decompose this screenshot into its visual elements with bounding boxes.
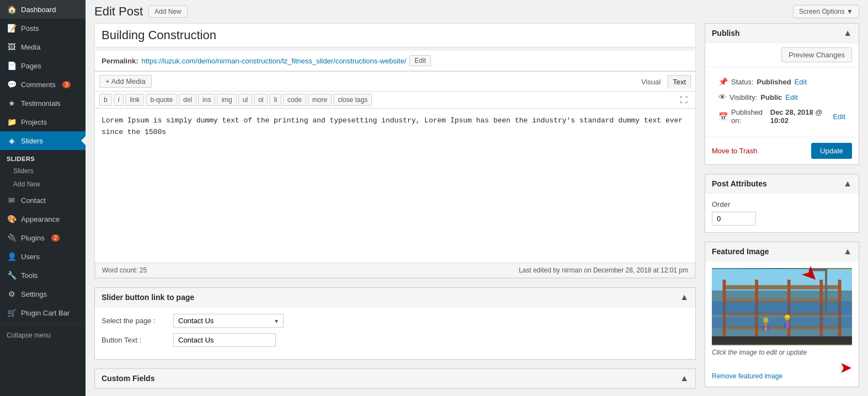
- add-media-button[interactable]: + Add Media: [99, 75, 152, 88]
- post-attributes-toggle[interactable]: ▲: [843, 179, 852, 189]
- word-count: Word count: 25: [102, 266, 147, 274]
- toolbar-code[interactable]: code: [283, 94, 306, 106]
- button-text-row: Button Text :: [102, 333, 689, 347]
- sidebar-sub-add-new[interactable]: Add New: [0, 178, 86, 191]
- custom-fields-meta-box-header[interactable]: Custom Fields ▲: [95, 369, 695, 388]
- sidebar-item-label: Posts: [21, 24, 39, 33]
- sidebar-item-sliders[interactable]: ◈ Sliders: [0, 131, 86, 150]
- users-icon: 👤: [7, 251, 17, 261]
- sidebar-item-dashboard[interactable]: 🏠 Dashboard: [0, 0, 86, 19]
- order-input[interactable]: [712, 212, 756, 226]
- slider-meta-box: Slider button link to page ▲ Select the …: [94, 287, 696, 360]
- sidebar-item-tools[interactable]: 🔧 Tools: [0, 266, 86, 285]
- post-attributes-title: Post Attributes: [712, 179, 767, 188]
- add-new-button[interactable]: Add New: [148, 6, 188, 18]
- select-page-dropdown[interactable]: Contact Us About Us Home Services: [173, 314, 284, 328]
- move-to-trash-link[interactable]: Move to Trash: [712, 147, 757, 155]
- sidebar-item-media[interactable]: 🖼 Media: [0, 38, 86, 56]
- sidebar-item-appearance[interactable]: 🎨 Appearance: [0, 210, 86, 228]
- sidebar-item-users[interactable]: 👤 Users: [0, 247, 86, 266]
- sliders-icon: ◈: [7, 136, 17, 146]
- slider-meta-box-header[interactable]: Slider button link to page ▲: [95, 288, 695, 307]
- featured-image-title: Featured Image: [712, 247, 769, 256]
- tab-text[interactable]: Text: [668, 75, 691, 88]
- svg-rect-21: [825, 269, 827, 312]
- toolbar-del[interactable]: del: [179, 94, 196, 106]
- custom-fields-title: Custom Fields: [102, 374, 155, 383]
- featured-image-container: ➤ Click the image to edit or update ➤ Re…: [712, 268, 852, 380]
- sidebar-item-label: Testimonials: [21, 99, 61, 108]
- screen-options-button[interactable]: Screen Options ▼: [793, 5, 859, 18]
- preview-changes-button[interactable]: Preview Changes: [781, 47, 852, 62]
- publish-actions-bottom: Move to Trash Update: [705, 137, 859, 164]
- toolbar-li[interactable]: li: [269, 94, 281, 106]
- status-edit-link[interactable]: Edit: [795, 78, 807, 86]
- featured-image-caption: Click the image to edit or update: [712, 345, 852, 358]
- sidebar-item-plugins[interactable]: 🔌 Plugins 2: [0, 228, 86, 247]
- toolbar-ul[interactable]: ul: [238, 94, 252, 106]
- editor-main: Permalink: https://luzuk.com/demo/nirman…: [94, 23, 696, 396]
- tools-icon: 🔧: [7, 270, 17, 280]
- published-on-row: 📅 Published on: Dec 28, 2018 @ 10:02 Edi…: [712, 105, 852, 128]
- sidebar: 🏠 Dashboard 📝 Posts 🖼 Media 📄 Pages 💬 Co…: [0, 0, 86, 396]
- page-title-row: Edit Post Add New: [94, 4, 188, 19]
- editor-content[interactable]: Lorem Ipsum is simply dummy text of the …: [95, 109, 695, 263]
- published-edit-link[interactable]: Edit: [833, 113, 845, 121]
- publish-panel-header[interactable]: Publish ▲: [705, 24, 859, 43]
- toolbar-more[interactable]: more: [308, 94, 332, 106]
- status-value: Published: [757, 78, 791, 86]
- visibility-label: Visibility:: [729, 93, 757, 101]
- sidebar-item-plugin-cart-bar[interactable]: 🛒 Plugin Cart Bar: [0, 303, 86, 322]
- button-text-input[interactable]: [173, 333, 276, 347]
- settings-icon: ⚙: [7, 289, 17, 299]
- published-label: Published on:: [731, 108, 767, 125]
- svg-rect-2: [723, 285, 842, 290]
- sidebar-item-label: Plugin Cart Bar: [21, 309, 70, 317]
- featured-image-header[interactable]: Featured Image ▲: [705, 242, 859, 261]
- svg-rect-19: [712, 301, 852, 314]
- update-button[interactable]: Update: [811, 143, 852, 159]
- featured-image-content: ➤ Click the image to edit or update ➤ Re…: [705, 261, 859, 387]
- toolbar-ins[interactable]: ins: [198, 94, 215, 106]
- custom-fields-toggle[interactable]: ▲: [680, 373, 689, 383]
- toolbar-expand[interactable]: ⛶: [677, 94, 691, 106]
- sidebar-sub-sliders[interactable]: Sliders: [0, 164, 86, 178]
- sidebar-item-pages[interactable]: 📄 Pages: [0, 56, 86, 75]
- published-value: Dec 28, 2018 @ 10:02: [770, 108, 830, 125]
- featured-image-toggle[interactable]: ▲: [843, 247, 852, 256]
- sidebar-item-projects[interactable]: 📁 Projects: [0, 113, 86, 131]
- post-attributes-panel: Post Attributes ▲ Order: [705, 174, 859, 233]
- tab-visual[interactable]: Visual: [636, 75, 665, 88]
- featured-image-thumbnail[interactable]: [712, 268, 852, 345]
- slider-meta-box-toggle[interactable]: ▲: [680, 292, 689, 302]
- sidebar-item-posts[interactable]: 📝 Posts: [0, 19, 86, 38]
- toolbar-bquote[interactable]: b-quote: [146, 94, 177, 106]
- sidebar-item-testimonials[interactable]: ★ Testimonials: [0, 94, 86, 113]
- visibility-icon: 👁: [718, 93, 726, 101]
- visibility-edit-link[interactable]: Edit: [785, 93, 797, 101]
- button-text-label: Button Text :: [102, 336, 168, 344]
- toolbar-ol[interactable]: ol: [254, 94, 268, 106]
- toolbar-link[interactable]: link: [125, 94, 144, 106]
- plugins-icon: 🔌: [7, 233, 17, 243]
- sidebar-item-contact[interactable]: ✉ Contact: [0, 191, 86, 210]
- post-attributes-header[interactable]: Post Attributes ▲: [705, 174, 859, 194]
- projects-icon: 📁: [7, 117, 17, 127]
- testimonials-icon: ★: [7, 98, 17, 108]
- permalink-link[interactable]: https://luzuk.com/demo/nirman-constructi…: [141, 57, 406, 65]
- visibility-value: Public: [760, 93, 782, 101]
- sidebar-item-comments[interactable]: 💬 Comments 3: [0, 75, 86, 94]
- toolbar-close-tags[interactable]: close tags: [333, 94, 372, 106]
- toolbar-img[interactable]: img: [217, 94, 236, 106]
- toolbar-italic[interactable]: i: [114, 94, 124, 106]
- toolbar-bold[interactable]: b: [99, 94, 112, 106]
- svg-rect-23: [712, 336, 852, 345]
- remove-featured-image-link[interactable]: Remove featured image: [712, 372, 852, 380]
- post-title-input[interactable]: [94, 23, 696, 47]
- sidebar-item-settings[interactable]: ⚙ Settings: [0, 285, 86, 303]
- publish-panel-toggle[interactable]: ▲: [843, 28, 852, 38]
- sidebar-item-label: Pages: [21, 62, 41, 70]
- permalink-edit-button[interactable]: Edit: [409, 55, 431, 66]
- permalink-label: Permalink:: [102, 57, 138, 65]
- collapse-menu-btn[interactable]: Collapse menu: [0, 327, 86, 344]
